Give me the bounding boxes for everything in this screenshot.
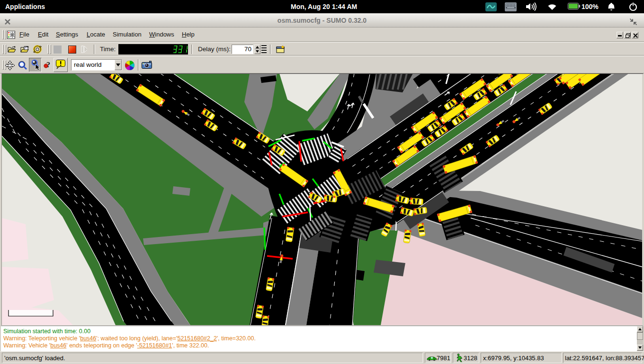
svg-text:?: ? — [46, 61, 50, 69]
